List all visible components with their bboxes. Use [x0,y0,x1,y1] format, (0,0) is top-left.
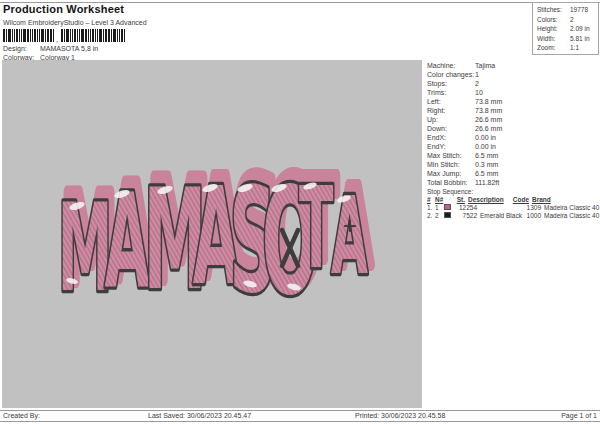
machine-row-label: Left: [427,97,475,106]
summary-row-value: 2.09 in [570,24,590,34]
machine-row-value: 6.5 mm [475,169,498,178]
machine-row-label: Stops: [427,79,475,88]
stop-sequence-title: Stop Sequence: [427,187,600,196]
thread-color-swatch [444,212,451,218]
design-letter: A [331,175,368,298]
column-header: N# [435,196,444,204]
stop-sequence-cell [444,212,456,220]
footer-printed: Printed: 30/06/2023 20.45.58 [355,412,445,419]
column-header: Description [468,196,512,204]
machine-row-value: 26.6 mm [475,115,502,124]
summary-row: Colors:2 [537,15,598,25]
machine-row: Machine:Tajima [427,61,502,70]
machine-row-value: 111.82ft [475,178,499,187]
summary-row-value: 2 [570,15,574,25]
summary-row-label: Height: [537,24,570,34]
machine-row-value: 1 [475,70,479,79]
footer-last-saved: Last Saved: 30/06/2023 20.45.47 [148,412,251,419]
machine-row-value: 0.3 mm [475,160,498,169]
machine-row: Total Bobbin:111.82ft [427,178,502,187]
machine-row-value: 73.8 mm [475,106,502,115]
stop-sequence-cell: 1000 [524,212,544,220]
design-name-row: Design: MAMASOTA 5,8 in [3,45,98,52]
machine-row-value: 6.5 mm [475,151,498,160]
stop-sequence-row: 2.27522Emerald Black1000Madeira Classic … [427,212,600,220]
stop-sequence-header: #N#St.DescriptionCodeBrand [427,196,600,204]
summary-row: Height:2.09 in [537,24,598,34]
summary-row-label: Width: [537,34,570,44]
footer-rule-bottom [0,421,600,422]
design-label: Design: [3,45,38,52]
summary-row: Stitches:19778 [537,5,598,15]
stop-sequence-panel: Stop Sequence: #N#St.DescriptionCodeBran… [427,187,600,220]
column-header: # [427,196,435,204]
machine-row: Left:73.8 mm [427,97,502,106]
stop-sequence-cell: 2. [427,212,435,220]
machine-row-value: 73.8 mm [475,97,502,106]
machine-row: Max Jump:6.5 mm [427,169,502,178]
machine-row-label: Max Stitch: [427,151,475,160]
machine-row-value: 0.00 in [475,133,496,142]
stop-sequence-cell [444,204,456,212]
machine-row: Down:26.6 mm [427,124,502,133]
summary-row: Zoom:1:1 [537,43,598,53]
stop-sequence-cell: 1. [427,204,435,212]
summary-row-value: 1:1 [570,43,579,53]
barcode-icon: , [3,29,125,43]
summary-row-label: Stitches: [537,5,570,15]
footer-rule-top [0,410,600,411]
machine-row-value: 0.00 in [475,142,496,151]
embroidery-design: MAMASOTA MAMASOTA [2,60,422,408]
machine-row-label: Down: [427,124,475,133]
stop-sequence-row: 1.1122541309Madeira Classic 40 [427,204,600,212]
machine-row: Min Stitch:0.3 mm [427,160,502,169]
machine-row-label: EndX: [427,133,475,142]
machine-row: Max Stitch:6.5 mm [427,151,502,160]
stop-sequence-cell: 1 [435,204,444,212]
stop-sequence-cell: Madeira Classic 40 [544,212,600,220]
app-subtitle: Wilcom EmbroideryStudio – Level 3 Advanc… [3,19,147,26]
machine-row: Stops:2 [427,79,502,88]
machine-row-label: Color changes: [427,70,475,79]
summary-row-label: Zoom: [537,43,570,53]
stop-sequence-cell: 12254 [456,204,480,212]
stop-sequence-cell: 2 [435,212,444,220]
machine-row: EndX:0.00 in [427,133,502,142]
column-header: Brand [532,196,588,204]
stop-sequence-cell: 1309 [524,204,544,212]
stop-sequence-cell: Madeira Classic 40 [544,204,600,212]
stop-sequence-cell: Emerald Black [480,212,524,220]
summary-row-value: 5.81 in [570,34,590,44]
machine-row: Color changes:1 [427,70,502,79]
machine-row: Up:26.6 mm [427,115,502,124]
page-title: Production Worksheet [3,3,124,15]
machine-row-label: Right: [427,106,475,115]
machine-row-value: Tajima [475,61,495,70]
summary-row-value: 19778 [570,5,588,15]
machine-row-label: Trims: [427,88,475,97]
machine-row: Trims:10 [427,88,502,97]
stop-sequence-cell: 7522 [456,212,480,220]
machine-row-label: Up: [427,115,475,124]
footer-page-number: Page 1 of 1 [561,412,597,419]
machine-row-label: EndY: [427,142,475,151]
machine-row-label: Total Bobbin: [427,178,475,187]
column-header: Code [512,196,532,204]
machine-row: Right:73.8 mm [427,106,502,115]
machine-settings-panel: Machine:TajimaColor changes:1Stops:2Trim… [427,61,502,187]
footer-created-by: Created By: [3,412,40,419]
machine-row-label: Min Stitch: [427,160,475,169]
machine-row-label: Machine: [427,61,475,70]
design-value: MAMASOTA 5,8 in [40,45,98,52]
machine-row-label: Max Jump: [427,169,475,178]
summary-row-label: Colors: [537,15,570,25]
machine-row-value: 26.6 mm [475,124,502,133]
summary-row: Width:5.81 in [537,34,598,44]
svg-text:,: , [56,36,58,43]
thread-color-swatch [444,204,451,210]
machine-row-value: 2 [475,79,479,88]
design-preview-area: MAMASOTA MAMASOTA [2,60,422,408]
machine-row-value: 10 [475,88,483,97]
design-letter: T [299,163,333,293]
column-header: St. [444,196,468,204]
